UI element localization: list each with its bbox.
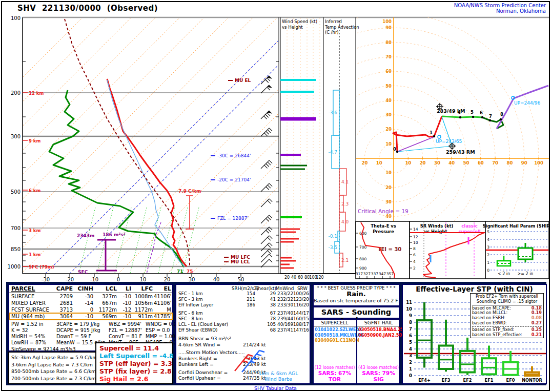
svg-text:1000: 1000	[8, 264, 21, 270]
svg-text:10: 10	[376, 160, 382, 166]
sars-match-entry: 03050518.BNA4.25	[357, 327, 400, 333]
sars-match-entry: 03050518.MKLWEAK	[314, 333, 356, 338]
index-value: STP (fix layer) = 2.8	[99, 367, 172, 375]
sars-analogs-box: SUPERCELL01041022.SZLWEAK03050518.MKLWEA…	[313, 319, 400, 384]
svg-text:6: 6	[480, 110, 483, 115]
svg-text:259/43 RM: 259/43 RM	[446, 149, 475, 155]
svg-text:337: 337	[371, 272, 379, 276]
thermo-stat: DCAPE = 915 J/kg	[56, 327, 109, 334]
svg-text:2343m: 2343m	[77, 233, 94, 238]
lapse-rate-marker	[186, 196, 194, 229]
sars-column-header: SUPERCELL	[314, 320, 356, 326]
svg-text:800: 800	[359, 257, 367, 261]
thermo-stat: 3CAPE = 179 J/kg	[56, 321, 109, 327]
svg-text:30: 30	[434, 160, 440, 166]
svg-text:100: 100	[11, 15, 21, 21]
svg-text:vs Height: vs Height	[424, 229, 447, 234]
sars-title-box: SARS - Sounding Analogs	[313, 306, 400, 319]
svg-text:8: 8	[500, 112, 503, 117]
svg-text:70: 70	[492, 160, 498, 166]
svg-text:>= 2 in: >= 2 in	[518, 272, 534, 276]
svg-text:40: 40	[385, 214, 392, 219]
thermo-stat: DownT = 59 F	[56, 334, 109, 340]
svg-text:90: 90	[521, 160, 527, 166]
stp-box-EF4+	[417, 302, 432, 367]
svg-text:1: 1	[409, 366, 412, 372]
thermo-stat: FZL = 12887'	[109, 327, 146, 334]
svg-text:12 km: 12 km	[29, 91, 44, 96]
probability-row: based on EBWD:0.27	[472, 321, 542, 326]
stp-climatology-box: Effective-Layer STP (with CIN) 012345678…	[402, 284, 547, 384]
lapse-rates-box: Sfc-3km Agl Lapse Rate = 5.9 C/km3-6km A…	[8, 352, 98, 384]
svg-text:Critical Angle = 19: Critical Angle = 19	[358, 208, 409, 214]
svg-text:10: 10	[140, 277, 147, 282]
svg-text:-10: -10	[90, 277, 98, 282]
svg-text:60: 60	[478, 160, 484, 166]
svg-text:EF3: EF3	[442, 378, 451, 383]
svg-text:10: 10	[406, 306, 412, 312]
svg-text:20: 20	[164, 277, 171, 282]
skewt-background	[23, 18, 278, 274]
sars-hail-column: SGFNT HAIL03050518.BNA4.2506050900.JAN2.…	[356, 320, 400, 383]
svg-text:347: 347	[379, 272, 386, 276]
svg-text:75: 75	[187, 269, 193, 274]
svg-text:3 km: 3 km	[29, 228, 41, 233]
table-row: SFC - 3 km21141232/32123/20	[178, 297, 308, 302]
svg-text:4.1: 4.1	[341, 179, 349, 184]
page-title: SHV 221130/0000 (Observed)	[17, 4, 158, 13]
svg-text:Significant Hail Param (SHIP): Significant Hail Param (SHIP)	[483, 223, 549, 229]
svg-text:MU LCL: MU LCL	[231, 259, 250, 264]
lapse-rate-value: 850-500mb Lapse Rate = 6.6 C/km	[11, 368, 97, 375]
svg-text:6 km: 6 km	[29, 188, 41, 193]
svg-text:UP=243/65: UP=243/65	[436, 139, 462, 144]
svg-text:0: 0	[487, 268, 489, 273]
svg-text:100: 100	[534, 160, 543, 166]
tornado-probability-inset: Prob EF2+ Torn with supercellSounding CL…	[470, 293, 544, 338]
svg-text:100: 100	[382, 19, 392, 24]
svg-text:71: 71	[177, 269, 183, 274]
table-row: Eff Shear (EBWD)68237/41147/16	[178, 327, 308, 333]
wind-barbs-icon	[228, 344, 266, 374]
probability-row: based on STP_effective:0.21	[472, 333, 542, 338]
svg-text:-4.7: -4.7	[328, 150, 337, 155]
sars-supercell-column: SUPERCELL01041022.SZLWEAK03050518.MKLWEA…	[314, 320, 356, 383]
svg-text:supercell: supercell	[458, 229, 480, 234]
svg-text:900: 900	[359, 266, 367, 271]
svg-text:850: 850	[11, 246, 21, 252]
svg-text:Wind Speed (kt): Wind Speed (kt)	[282, 19, 317, 24]
svg-text:20: 20	[361, 160, 368, 166]
svg-text:20: 20	[420, 160, 426, 166]
svg-text:10: 10	[413, 240, 418, 245]
svg-text:7.9 C/km: 7.9 C/km	[178, 189, 201, 194]
svg-text:2: 2	[487, 253, 489, 257]
wind-barb-column	[261, 76, 272, 267]
dewpoint-trace	[49, 90, 183, 266]
tabular-data-link[interactable]: SHV Tabular Data	[2, 385, 549, 391]
sars-match-entry: 06050900.JAN2.50	[357, 333, 400, 338]
svg-text:0: 0	[409, 373, 412, 378]
svg-text:6: 6	[413, 253, 416, 257]
svg-text:700: 700	[11, 225, 21, 231]
svg-text:50: 50	[238, 277, 244, 282]
svg-text:MU EL: MU EL	[235, 78, 251, 83]
svg-text:3: 3	[487, 245, 489, 250]
svg-text:Theta-E vs: Theta-E vs	[371, 223, 396, 229]
svg-text:2: 2	[409, 360, 412, 365]
svg-text:-30C = 26844': -30C = 26844'	[217, 153, 251, 158]
agency-credit: NOAA/NWS Storm Prediction Center Norman,…	[454, 3, 546, 14]
thermo-stat: MidRH = 54%	[11, 334, 56, 340]
agency-line2: Norman, Oklahoma	[454, 8, 546, 14]
svg-text:-20: -20	[66, 277, 74, 282]
table-row: SFC - 1 km15429233/22100/26	[178, 291, 308, 297]
svg-text:-3.5: -3.5	[328, 245, 337, 250]
table-row: SURFACE2709-30327m-101008m41106'	[9, 293, 172, 300]
svg-text:7: 7	[489, 114, 492, 119]
svg-text:SFC (79m): SFC (79m)	[29, 264, 54, 270]
precip-basis: Based on sfc temperature of 75.2 F.	[314, 298, 399, 303]
hodo-0-3km	[393, 116, 442, 152]
stp-title: Effective-Layer STP (with CIN)	[403, 285, 546, 293]
svg-text:2.3: 2.3	[341, 201, 349, 207]
table-row: SFC - 8 km78239/44160/15	[178, 316, 308, 322]
precip-type: Rain.	[314, 291, 399, 298]
svg-text:4: 4	[409, 346, 412, 352]
